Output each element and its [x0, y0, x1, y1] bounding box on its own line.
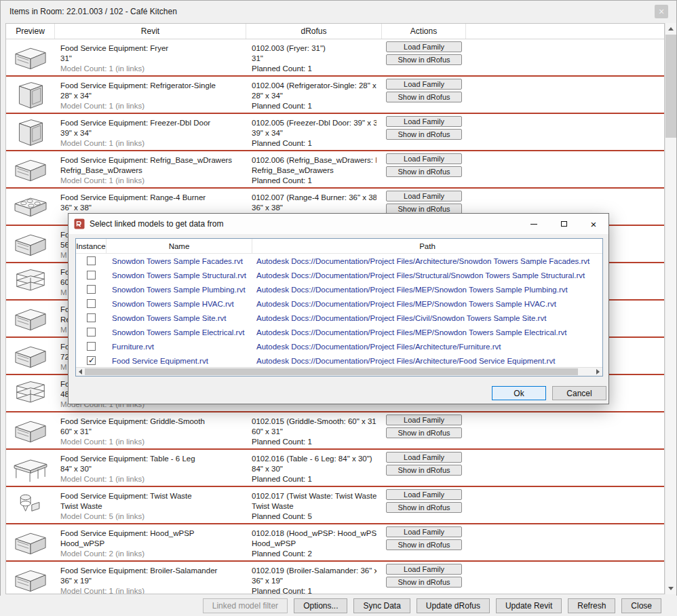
toolbar-button-update-revit[interactable]: Update Revit [496, 598, 562, 613]
items-in-room-window: Items in Room: 22.01.003 / 102 - Café Ki… [0, 0, 677, 616]
scroll-left-button[interactable] [76, 368, 85, 376]
drofus-planned-count: Planned Count: 5 [252, 512, 376, 522]
revit-type-name: Refrig_Base_wDrawers [60, 166, 241, 176]
linked-model-row[interactable]: Snowdon Towers Sample Site.rvt Autodesk … [76, 311, 602, 325]
table-row[interactable]: Food Service Equipment: Twist Waste Twis… [6, 487, 664, 524]
drofus-cell: 0102.015 (Griddle-Smooth: 60" x 31 60" x… [246, 412, 382, 448]
show-in-drofus-button[interactable]: Show in dRofus [386, 427, 462, 438]
revit-cell: Food Service Equipment: Griddle-Smooth 6… [55, 412, 246, 448]
table-row[interactable]: Food Service Equipment: Refrigerator-Sin… [6, 77, 664, 114]
toolbar-button-close[interactable]: Close [621, 598, 661, 613]
dialog-titlebar[interactable]: Select linked models to get data from × [69, 214, 608, 234]
linked-model-row[interactable]: Food Service Equipment.rvt Autodesk Docs… [76, 353, 602, 368]
revit-model-count: Model Count: 5 (in links) [60, 512, 241, 522]
load-family-button[interactable]: Load Family [386, 452, 462, 463]
dialog-maximize-button[interactable] [549, 214, 579, 234]
filler-cell [466, 114, 664, 150]
load-family-button[interactable]: Load Family [386, 116, 462, 127]
load-family-button[interactable]: Load Family [386, 191, 462, 201]
drofus-item-id: 0102.019 (Broiler-Salamander: 36" x [252, 566, 376, 576]
instance-checkbox[interactable] [87, 356, 96, 365]
cancel-button[interactable]: Cancel [552, 386, 606, 400]
linked-model-row[interactable]: Snowdon Towers Sample Facades.rvt Autode… [76, 254, 602, 268]
table-row[interactable]: Food Service Equipment: Freezer-Dbl Door… [6, 114, 664, 151]
drofus-planned-count: Planned Count: 1 [252, 437, 376, 447]
load-family-button[interactable]: Load Family [386, 153, 462, 164]
vertical-scrollbar[interactable] [665, 23, 676, 594]
show-in-drofus-button[interactable]: Show in dRofus [386, 129, 462, 140]
load-family-button[interactable]: Load Family [386, 489, 462, 500]
instance-checkbox[interactable] [87, 342, 96, 351]
column-header-drofus: dRofus [246, 24, 382, 39]
vertical-scrollbar-thumb[interactable] [665, 35, 676, 138]
instance-checkbox[interactable] [87, 313, 96, 322]
show-in-drofus-button[interactable]: Show in dRofus [386, 539, 462, 550]
window-titlebar[interactable]: Items in Room: 22.01.003 / 102 - Café Ki… [1, 1, 676, 22]
actions-cell: Load Family Show in dRofus [382, 151, 466, 187]
table-row[interactable]: Food Service Equipment: Fryer 31" Model … [6, 39, 664, 77]
table-row[interactable]: Food Service Equipment: Table - 6 Leg 84… [6, 450, 664, 487]
revit-cell: Food Service Equipment: Hood_wPSP Hood_w… [55, 524, 246, 560]
instance-checkbox[interactable] [87, 328, 96, 336]
load-family-button[interactable]: Load Family [386, 564, 462, 575]
filler-cell [466, 39, 664, 75]
preview-cell [6, 375, 55, 411]
toolbar-button-sync-data[interactable]: Sync Data [353, 598, 410, 613]
drofus-item-id: 0102.018 (Hood_wPSP: Hood_wPSP [252, 528, 376, 539]
preview-image [10, 303, 51, 334]
ok-button[interactable]: Ok [492, 386, 546, 400]
instance-cell [76, 256, 107, 265]
dialog-close-button[interactable]: × [579, 214, 608, 234]
linked-model-row[interactable]: Snowdon Towers Sample Structural.rvt Aut… [76, 268, 602, 282]
toolbar-button-update-drofus[interactable]: Update dRofus [417, 598, 490, 613]
arrow-right-icon [596, 369, 600, 374]
show-in-drofus-button[interactable]: Show in dRofus [386, 502, 462, 513]
preview-cell [6, 114, 55, 150]
scroll-down-button[interactable] [665, 583, 676, 594]
table-row[interactable]: Food Service Equipment: Hood_wPSP Hood_w… [6, 524, 664, 562]
bottom-toolbar: Linked model filter Options... Sync Data… [0, 596, 677, 616]
linked-model-row[interactable]: Snowdon Towers Sample Plumbing.rvt Autod… [76, 282, 602, 296]
linked-model-path: Autodesk Docs://Documentation/Project Fi… [252, 271, 602, 280]
instance-checkbox[interactable] [87, 285, 96, 294]
instance-checkbox[interactable] [87, 256, 96, 265]
drofus-type: 60" x 31" [252, 427, 376, 437]
load-family-button[interactable]: Load Family [386, 415, 462, 425]
show-in-drofus-button[interactable]: Show in dRofus [386, 577, 462, 588]
preview-image [10, 154, 51, 185]
instance-cell [76, 313, 107, 322]
preview-image [10, 378, 51, 409]
drofus-item-id: 0102.017 (Twist Waste: Twist Waste) [252, 491, 376, 501]
toolbar-button-options[interactable]: Options... [294, 598, 347, 613]
revit-cell: Food Service Equipment: Refrig_Base_wDra… [55, 151, 246, 187]
load-family-button[interactable]: Load Family [386, 41, 462, 52]
horizontal-scrollbar[interactable] [76, 367, 602, 376]
drofus-cell: 0102.019 (Broiler-Salamander: 36" x 36" … [246, 562, 382, 594]
show-in-drofus-button[interactable]: Show in dRofus [386, 92, 462, 102]
preview-cell [6, 39, 55, 75]
linked-models-dialog: Select linked models to get data from × … [68, 213, 609, 404]
linked-model-row[interactable]: Snowdon Towers Sample Electrical.rvt Aut… [76, 325, 602, 339]
scroll-right-button[interactable] [594, 368, 602, 376]
load-family-button[interactable]: Load Family [386, 79, 462, 90]
instance-checkbox[interactable] [87, 271, 96, 280]
instance-checkbox[interactable] [87, 299, 96, 308]
load-family-button[interactable]: Load Family [386, 526, 462, 537]
linked-model-row[interactable]: Furniture.rvt Autodesk Docs://Documentat… [76, 339, 602, 353]
show-in-drofus-button[interactable]: Show in dRofus [386, 465, 462, 476]
filler-cell [466, 524, 664, 560]
table-row[interactable]: Food Service Equipment: Refrig_Base_wDra… [6, 151, 664, 189]
show-in-drofus-button[interactable]: Show in dRofus [386, 166, 462, 177]
window-close-button[interactable]: × [655, 5, 668, 18]
show-in-drofus-button[interactable]: Show in dRofus [386, 54, 462, 65]
linked-model-name: Snowdon Towers Sample Plumbing.rvt [107, 286, 252, 294]
horizontal-scrollbar-thumb[interactable] [85, 368, 578, 375]
table-row[interactable]: Food Service Equipment: Broiler-Salamand… [6, 562, 664, 594]
toolbar-button-refresh[interactable]: Refresh [568, 598, 615, 613]
revit-cell: Food Service Equipment: Broiler-Salamand… [55, 562, 246, 594]
table-row[interactable]: Food Service Equipment: Griddle-Smooth 6… [6, 412, 664, 450]
scroll-up-button[interactable] [665, 23, 676, 35]
dialog-minimize-button[interactable] [519, 214, 549, 234]
linked-model-row[interactable]: Snowdon Towers Sample HVAC.rvt Autodesk … [76, 296, 602, 311]
drofus-planned-count: Planned Count: 1 [252, 586, 376, 594]
